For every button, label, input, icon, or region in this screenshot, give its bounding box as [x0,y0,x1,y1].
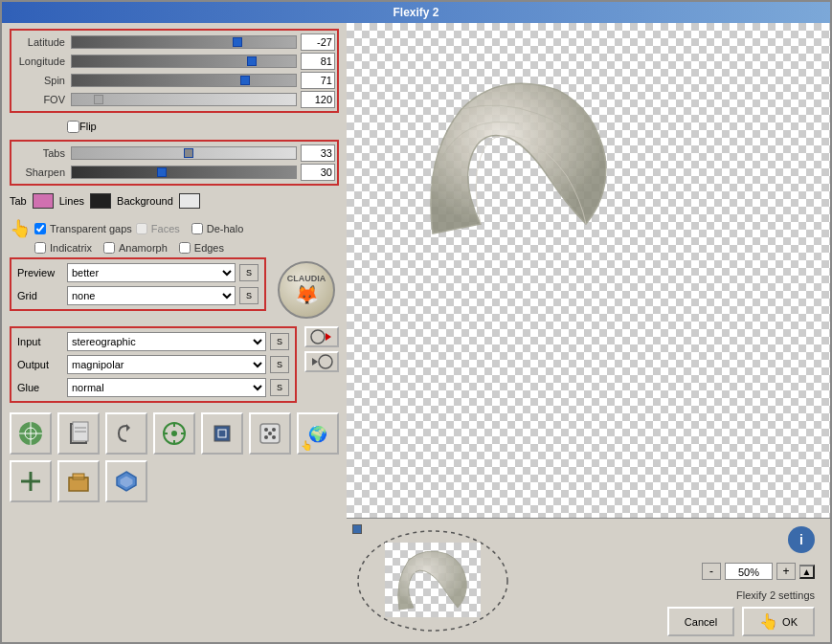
latitude-track[interactable] [71,35,297,49]
tabs-row: Tabs [13,144,335,163]
logo-circle: CLAUDIA 🦊 [278,261,335,319]
grid-row: Grid none 10x10 5x5 S [17,286,259,305]
tabs-thumb[interactable] [184,148,193,158]
output-s-btn[interactable]: S [270,356,289,373]
zoom-plus-btn[interactable]: + [776,563,796,580]
cancel-button[interactable]: Cancel [667,607,734,636]
tabs-label: Tabs [13,147,71,159]
settings-text: Flexify 2 settings [736,589,815,601]
edges-checkbox[interactable] [179,242,191,254]
output-row: Output magnipolar equirectangular mercat… [17,355,289,374]
glue-row: Glue normal add subtract S [17,378,289,397]
longitude-row: Longitude [13,52,335,71]
svg-rect-30 [73,474,84,479]
transparent-gaps-checkbox[interactable] [34,223,46,234]
preview-logo-row: Preview better none draft best S Grid no… [10,257,339,322]
svg-marker-12 [126,424,130,432]
anamorph-checkbox[interactable] [103,242,115,254]
grid-label: Grid [17,290,63,301]
grid-s-btn[interactable]: S [239,287,259,304]
bottom-btn-7[interactable]: 🌍 👆 [297,412,339,455]
indicatrix-label[interactable]: Indicatrix [50,242,92,254]
sharpen-track[interactable] [71,166,297,179]
tabs-track[interactable] [71,146,297,160]
svg-marker-2 [312,358,318,366]
spin-thumb[interactable] [240,76,250,85]
bottom-buttons: 🌍 👆 [10,407,339,502]
svg-point-25 [272,435,276,439]
preview-label: Preview [17,267,63,278]
bottom-btn-3[interactable] [105,412,147,455]
logo-icon: 🦊 [295,283,319,306]
latitude-row: Latitude [13,33,335,52]
tab-color-swatch[interactable] [33,193,54,209]
bottom-btn-2[interactable] [57,412,100,455]
svg-point-0 [311,330,325,344]
preview-s-btn[interactable]: S [239,264,259,281]
dehalo-checkbox[interactable] [191,223,203,234]
bottom-btn-6[interactable] [249,412,291,455]
lines-color-swatch[interactable] [90,193,111,209]
tabs-input[interactable] [301,144,335,162]
fov-input[interactable] [301,91,335,108]
iog-action-btn-1[interactable] [304,326,339,347]
longitude-track[interactable] [71,55,297,68]
indicatrix-checkbox[interactable] [34,242,46,254]
scroll-up-btn[interactable]: ▲ [799,565,815,579]
latitude-thumb[interactable] [233,37,242,47]
dehalo-label[interactable]: De-halo [207,223,244,234]
flip-row: Flip [10,117,339,136]
glue-label: Glue [17,382,63,393]
zoom-row: - 50% + ▲ [702,563,815,580]
sharpen-row: Sharpen [13,163,335,182]
tab-color-label: Tab [10,195,27,207]
input-select[interactable]: stereographic equirectangular mercator [67,332,266,351]
color-row: Tab Lines Background [10,189,339,211]
edges-label[interactable]: Edges [194,242,224,254]
faces-checkbox[interactable] [136,223,147,234]
thumb-preview-bg [385,543,481,617]
flip-label[interactable]: Flip [79,121,97,132]
left-panel: Latitude Longitude Spin [2,23,347,642]
iog-action-buttons [301,326,339,403]
output-select[interactable]: magnipolar equirectangular mercator [67,355,266,374]
fov-thumb[interactable] [94,95,103,104]
background-color-swatch[interactable] [179,193,200,209]
bottom-btn-5[interactable] [201,412,243,455]
bottom-btn-9[interactable] [57,460,100,502]
longitude-input[interactable] [301,53,335,70]
spin-track[interactable] [71,74,297,87]
info-btn-row: i [788,526,815,553]
flip-checkbox[interactable] [67,121,79,133]
sharpen-input[interactable] [301,164,335,181]
grid-select[interactable]: none 10x10 5x5 [67,286,236,305]
input-s-btn[interactable]: S [270,333,289,350]
glue-s-btn[interactable]: S [270,379,289,396]
fov-track[interactable] [71,93,297,106]
preview-select[interactable]: better none draft best [67,263,236,282]
bottom-btn-1[interactable] [10,412,52,455]
spin-input[interactable] [301,72,335,89]
anamorph-label[interactable]: Anamorph [119,242,168,254]
longitude-thumb[interactable] [247,56,257,66]
latitude-input[interactable] [301,33,335,51]
faces-label: Faces [151,223,180,234]
sharpen-thumb[interactable] [157,167,167,177]
logo-area: CLAUDIA 🦊 [274,257,339,322]
hand-icon-1: 👆 [10,218,31,239]
input-label: Input [17,336,63,347]
ok-button[interactable]: 👆 OK [742,607,815,636]
svg-point-24 [264,435,268,439]
thumb-shape-svg [385,543,481,617]
zoom-minus-btn[interactable]: - [702,563,721,580]
glue-select[interactable]: normal add subtract [67,378,266,397]
bottom-btn-10[interactable] [105,460,147,502]
zoom-display: 50% [725,563,773,580]
transparent-gaps-label[interactable]: Transparent gaps [50,223,132,234]
info-button[interactable]: i [788,526,815,553]
iog-action-btn-2[interactable] [304,351,339,372]
bottom-btn-8[interactable] [10,460,52,502]
checkbox-section: 👆 Transparent gaps Faces De-halo Indicat… [10,214,339,254]
bottom-btn-4[interactable] [153,412,195,455]
checkbox-row-1: 👆 Transparent gaps Faces De-halo [10,218,339,239]
